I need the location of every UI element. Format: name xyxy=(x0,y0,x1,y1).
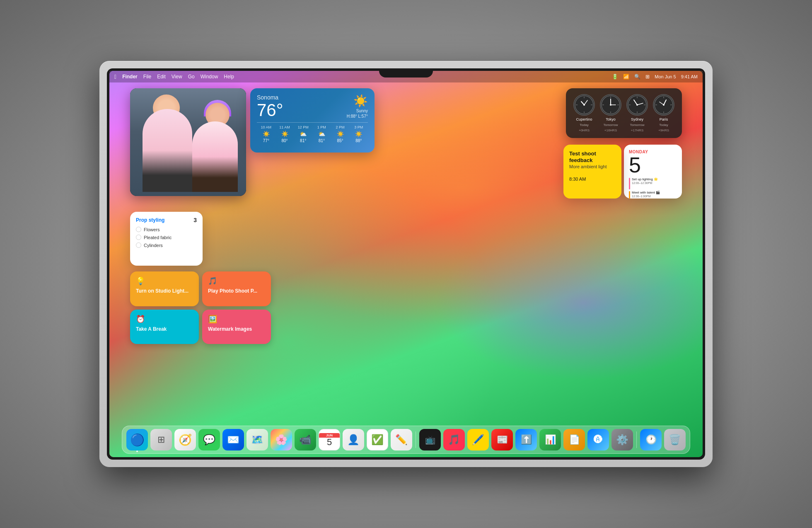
forecast-10am: 10 AM ☀️ 77° xyxy=(257,125,276,143)
clock-sydney: Sydney Tomorrow +17HRS xyxy=(626,94,648,132)
wifi-icon: 📶 xyxy=(623,74,629,80)
dock-icon-trash[interactable]: 🗑️ xyxy=(664,429,686,450)
dock-icon-screentime[interactable]: 🕐 xyxy=(640,429,662,450)
dock-icon-reminders[interactable]: ✅ xyxy=(367,429,388,450)
reminder-text-1: Flowers xyxy=(144,227,160,232)
reminder-circle-1[interactable] xyxy=(136,227,141,232)
shortcut-icon-light: 💡 xyxy=(136,276,193,286)
macbook-outer:  Finder File Edit View Go Window Help 🔋… xyxy=(0,0,812,528)
menu-finder[interactable]: Finder xyxy=(122,74,138,80)
appstore-icon: 🅐 xyxy=(594,434,603,445)
dock-icon-maps[interactable]: 🗺️ xyxy=(247,429,268,450)
trash-icon: 🗑️ xyxy=(669,434,681,446)
dock-icon-music[interactable]: 🎵 xyxy=(443,429,465,450)
dock-icon-messages[interactable]: 💬 xyxy=(198,429,220,450)
shortcut-label-light: Turn on Studio Light... xyxy=(136,288,193,294)
dock-icon-launchpad[interactable]: ⊞ xyxy=(150,429,172,450)
shortcut-studio-light[interactable]: 💡 Turn on Studio Light... xyxy=(130,271,199,306)
dock-icon-numbers[interactable]: 📊 xyxy=(539,429,561,450)
calendar-date-icon: 5 xyxy=(327,438,332,447)
clock-offset-cupertino: +0HRS xyxy=(579,128,590,132)
clock-city-paris: Paris xyxy=(660,117,668,121)
search-icon[interactable]: 🔍 xyxy=(634,74,640,80)
dock-icon-settings[interactable]: ⚙️ xyxy=(611,429,633,450)
clock-city-tokyo: Tokyo xyxy=(606,117,616,121)
weather-sun-icon: ☀️ xyxy=(353,94,368,108)
dock-icon-news[interactable]: 📰 xyxy=(491,429,513,450)
clock-offset-paris: +9HRS xyxy=(658,128,669,132)
weather-forecast: 10 AM ☀️ 77° 11 AM ☀️ 80° 12 PM ⛅ 81 xyxy=(257,122,368,143)
dock-icon-appletv[interactable]: 📺 xyxy=(419,429,441,450)
forecast-11am: 11 AM ☀️ 80° xyxy=(276,125,294,143)
dock-icon-contacts[interactable]: 👤 xyxy=(343,429,364,450)
dock-icon-freeform[interactable]: ✏️ xyxy=(391,429,412,450)
weather-condition: ☀️ Sunny H:88° L:57° xyxy=(347,94,368,119)
menubar-time: 9:41 AM xyxy=(681,74,698,79)
menu-file[interactable]: File xyxy=(143,74,151,80)
clock-day-tokyo: Tomorrow xyxy=(603,123,618,127)
forecast-3pm: 3 PM ☀️ 88° xyxy=(349,125,368,143)
reminder-circle-3[interactable] xyxy=(136,242,141,248)
dock-icon-finder[interactable]: 🔵 xyxy=(126,429,148,450)
maps-icon: 🗺️ xyxy=(251,434,263,446)
dock-icon-photos[interactable]: 🌸 xyxy=(271,429,292,450)
menu-go[interactable]: Go xyxy=(188,74,195,80)
apple-menu[interactable]:  xyxy=(114,73,116,80)
shortcut-label-break: Take A Break xyxy=(136,326,193,332)
menu-help[interactable]: Help xyxy=(224,74,234,80)
forecast-2pm: 2 PM ☀️ 85° xyxy=(331,125,350,143)
screentime-icon: 🕐 xyxy=(645,434,657,445)
reminder-item-3: Cylinders xyxy=(136,242,197,248)
shortcut-play-music[interactable]: 🎵 Play Photo Shoot P... xyxy=(202,271,271,306)
notes-title: Test shoot feedback xyxy=(569,150,616,163)
reminders-count: 3 xyxy=(193,217,197,223)
dock-icon-mail[interactable]: ✉️ xyxy=(222,429,244,450)
reminder-text-3: Cylinders xyxy=(144,243,163,248)
dock-icon-appstore[interactable]: 🅐 xyxy=(587,429,609,450)
menu-view[interactable]: View xyxy=(172,74,182,80)
menubar-date: Mon Jun 5 xyxy=(655,74,676,79)
dock-divider xyxy=(416,431,416,448)
clock-offset-tokyo: +16HRS xyxy=(604,128,617,132)
contacts-icon: 👤 xyxy=(347,434,360,446)
music-icon: 🎵 xyxy=(448,434,460,446)
dock-icon-facetime[interactable]: 📹 xyxy=(295,429,316,450)
transporter-icon: ⬆️ xyxy=(521,434,532,445)
dock-icon-pages[interactable]: 📄 xyxy=(563,429,585,450)
clock-face-paris xyxy=(653,94,674,116)
menu-window[interactable]: Window xyxy=(201,74,218,80)
pages-icon: 📄 xyxy=(569,434,580,445)
shortcut-watermark[interactable]: 🖼️ Watermark Images xyxy=(202,310,271,344)
clock-face-sydney xyxy=(626,94,648,116)
clock-paris: Paris Today +9HRS xyxy=(653,94,674,132)
calendar-event-2: Meet with talent 🎬 12:30–1:00PM xyxy=(629,191,677,199)
shortcut-icon-music: 🎵 xyxy=(208,276,265,286)
reminder-circle-2[interactable] xyxy=(136,235,141,240)
dock-icon-calendar[interactable]: JUN 5 xyxy=(319,429,340,450)
dock-icon-transporter[interactable]: ⬆️ xyxy=(515,429,537,450)
macbook-body:  Finder File Edit View Go Window Help 🔋… xyxy=(99,61,713,467)
miro-icon: 🖊️ xyxy=(472,434,484,446)
widget-calendar: MONDAY 5 Set up lighting 🌟 12:00–12:30PM… xyxy=(624,145,682,199)
dock-icon-safari[interactable]: 🧭 xyxy=(174,429,196,450)
dock-dot-finder xyxy=(136,450,138,452)
shortcut-label-watermark: Watermark Images xyxy=(208,326,265,332)
finder-icon: 🔵 xyxy=(130,433,145,447)
forecast-12pm: 12 PM ⛅ 81° xyxy=(294,125,312,143)
control-center-icon[interactable]: ⊞ xyxy=(645,74,650,80)
photos-icon: 🌸 xyxy=(275,434,288,446)
shortcut-take-break[interactable]: ⏰ Take A Break xyxy=(130,310,199,344)
desktop-screen[interactable]:  Finder File Edit View Go Window Help 🔋… xyxy=(109,71,703,457)
mail-icon: ✉️ xyxy=(227,434,239,446)
reminders-dock-icon: ✅ xyxy=(371,434,384,446)
notch xyxy=(379,68,433,78)
reminder-item-2: Pleated fabric xyxy=(136,235,197,240)
shortcut-label-music: Play Photo Shoot P... xyxy=(208,288,265,294)
dock-icon-miro[interactable]: 🖊️ xyxy=(467,429,489,450)
settings-icon: ⚙️ xyxy=(616,434,628,446)
clock-day-paris: Today xyxy=(659,123,668,127)
calendar-event-time-2: 12:30–1:00PM xyxy=(632,195,660,198)
menu-edit[interactable]: Edit xyxy=(157,74,166,80)
reminders-header: Prop styling 3 xyxy=(136,217,197,223)
clock-day-cupertino: Today xyxy=(580,123,588,127)
